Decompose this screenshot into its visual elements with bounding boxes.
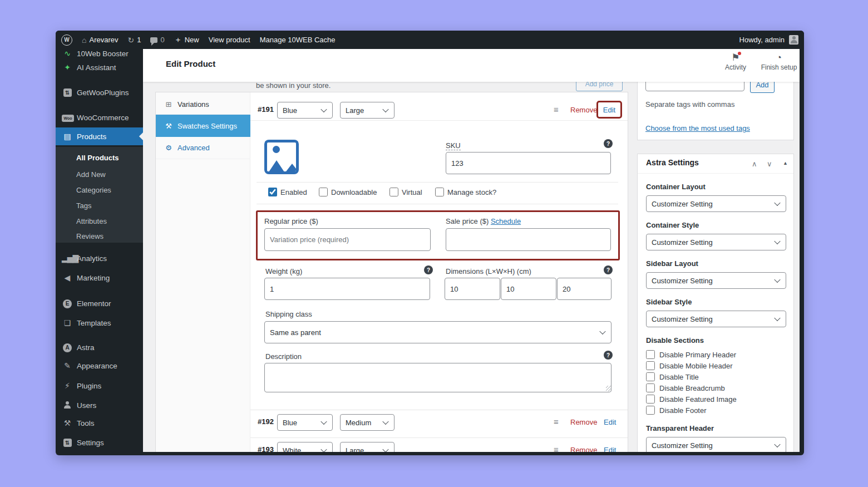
help-icon[interactable]: ? (604, 351, 613, 360)
sidebar-item-getwooplugins[interactable]: ⇅ GetWooPlugins (56, 84, 143, 101)
variation-color-select[interactable]: White (277, 442, 333, 452)
virtual-checkbox[interactable] (389, 188, 398, 196)
weight-input[interactable] (264, 278, 430, 300)
wp-logo-menu[interactable]: W (61, 35, 72, 46)
help-icon[interactable]: ? (604, 265, 613, 274)
finish-setup-button[interactable]: ◔ Finish setup (760, 53, 798, 71)
sale-price-input[interactable] (446, 228, 611, 251)
shipping-class-label: Shipping class (265, 310, 312, 318)
manage-cache-link[interactable]: Manage 10WEB Cache (260, 36, 336, 44)
disable-featured-image-checkbox[interactable] (646, 395, 655, 404)
selected-value: Blue (283, 106, 297, 115)
dimension-height-input[interactable] (557, 278, 611, 300)
disable-title-checkbox[interactable] (646, 372, 655, 381)
site-name-link[interactable]: ⌂ Arevarev (82, 36, 119, 45)
enabled-checkbox[interactable] (268, 188, 277, 196)
main-content: be shown in your store. Add price Edit P… (143, 49, 800, 452)
submenu-tags[interactable]: Tags (56, 199, 143, 211)
downloadable-checkbox[interactable] (319, 188, 328, 196)
chevron-down-icon (774, 277, 780, 283)
remove-variation-link[interactable]: Remove (570, 418, 597, 426)
sidebar-item-analytics[interactable]: ▂▅▇ Analytics (56, 250, 143, 267)
view-product-link[interactable]: View product (209, 36, 250, 44)
sidebar-style-select[interactable]: Customizer Setting (646, 311, 786, 327)
updates-link[interactable]: ↻ 1 (128, 36, 141, 45)
updates-icon: ↻ (128, 36, 135, 45)
howdy-account-link[interactable]: Howdy, admin (739, 36, 785, 44)
submenu-attributes[interactable]: Attributes (56, 215, 143, 227)
divider (257, 204, 618, 204)
remove-variation-link[interactable]: Remove (570, 446, 597, 452)
edit-variation-link[interactable]: Edit (604, 418, 616, 426)
sidebar-item-settings[interactable]: ⇅ Settings (56, 434, 143, 451)
regular-price-input[interactable] (264, 228, 431, 251)
disable-primary-header-checkbox[interactable] (646, 350, 655, 359)
sidebar-item-appearance[interactable]: ✎ Appearance (56, 357, 143, 374)
grid-icon: ⊞ (164, 100, 174, 109)
transparent-header-label: Transparent Header (646, 424, 714, 432)
drag-handle-icon[interactable]: ≡ (554, 105, 559, 114)
activity-button[interactable]: ⚑ Activity (719, 53, 752, 71)
sku-input[interactable] (446, 152, 611, 174)
sidebar-item-tools[interactable]: ⚒ Tools (56, 415, 143, 431)
submenu-reviews[interactable]: Reviews (56, 230, 143, 242)
drag-handle-icon[interactable]: ≡ (554, 445, 559, 452)
container-style-select[interactable]: Customizer Setting (646, 234, 786, 250)
checkbox-label: Disable Footer (659, 406, 707, 415)
sidebar-layout-select[interactable]: Customizer Setting (646, 272, 786, 289)
edit-variation-link[interactable]: Edit (603, 106, 615, 114)
sidebar-item-plugins[interactable]: ⚡ Plugins (56, 377, 143, 394)
dimension-length-input[interactable] (445, 278, 500, 300)
description-textarea[interactable] (264, 363, 611, 392)
desktop-background: W ⌂ Arevarev ↻ 1 0 ＋ New View product (0, 0, 868, 487)
move-down-icon[interactable]: ∨ (767, 160, 772, 168)
new-content-menu[interactable]: ＋ New (174, 35, 199, 45)
dimension-width-input[interactable] (501, 278, 556, 300)
manage-stock-checkbox[interactable] (435, 188, 444, 196)
variation-size-select[interactable]: Medium (340, 414, 394, 431)
comments-link[interactable]: 0 (150, 36, 164, 44)
disable-footer-checkbox[interactable] (646, 406, 655, 415)
variation-color-select[interactable]: Blue (277, 414, 333, 431)
sidebar-item-woocommerce[interactable]: Woo WooCommerce (56, 109, 143, 126)
selected-value: Blue (283, 419, 297, 427)
submenu-add-new[interactable]: Add New (56, 168, 143, 180)
avatar[interactable] (789, 35, 798, 45)
variation-image-placeholder[interactable] (264, 140, 299, 174)
remove-variation-link[interactable]: Remove (570, 106, 597, 114)
sidebar-item-label: WooCommerce (77, 114, 129, 122)
transparent-header-select[interactable]: Customizer Setting (646, 437, 786, 452)
disable-mobile-header-checkbox[interactable] (646, 361, 655, 370)
resize-handle[interactable] (606, 386, 611, 391)
sidebar-item-templates[interactable]: ❏ Templates (56, 314, 143, 331)
help-icon[interactable]: ? (424, 265, 433, 274)
container-layout-select[interactable]: Customizer Setting (646, 195, 786, 212)
tab-variations[interactable]: ⊞ Variations (156, 94, 250, 115)
sidebar-item-astra[interactable]: A Astra (56, 339, 143, 356)
getwoo-icon: ⇅ (62, 88, 73, 97)
sidebar-item-products[interactable]: ▤ Products (56, 127, 143, 145)
variation-color-select[interactable]: Blue (277, 102, 333, 119)
variation-size-select[interactable]: Large (340, 102, 394, 119)
ai-sparkle-icon: ✦ (62, 63, 73, 71)
schedule-link[interactable]: Schedule (491, 217, 521, 225)
submenu-categories[interactable]: Categories (56, 184, 143, 196)
tab-advanced[interactable]: ⚙ Advanced (156, 137, 250, 159)
sidebar-item-users[interactable]: Users (56, 397, 143, 414)
collapse-toggle-icon[interactable]: ▲ (783, 160, 788, 166)
sidebar-item-marketing[interactable]: ◀ Marketing (56, 269, 143, 286)
shipping-class-select[interactable]: Same as parent (264, 321, 611, 343)
edit-variation-link[interactable]: Edit (604, 446, 616, 452)
move-up-icon[interactable]: ∧ (752, 160, 757, 168)
most-used-tags-link[interactable]: Choose from the most used tags (645, 124, 750, 132)
sidebar-item-elementor[interactable]: E Elementor (56, 295, 143, 312)
variation-size-select[interactable]: Large (340, 442, 394, 452)
tab-swatches-settings[interactable]: ⚒ Swatches Settings (156, 115, 250, 137)
sale-price-text: Sale price ($) (446, 217, 489, 225)
help-icon[interactable]: ? (604, 139, 613, 148)
folder-icon: ❏ (62, 319, 73, 327)
disable-breadcrumb-checkbox[interactable] (646, 383, 655, 392)
drag-handle-icon[interactable]: ≡ (554, 417, 559, 426)
submenu-all-products[interactable]: All Products (56, 151, 143, 164)
sidebar-item-ai-assistant[interactable]: ✦ AI Assistant (56, 59, 143, 76)
